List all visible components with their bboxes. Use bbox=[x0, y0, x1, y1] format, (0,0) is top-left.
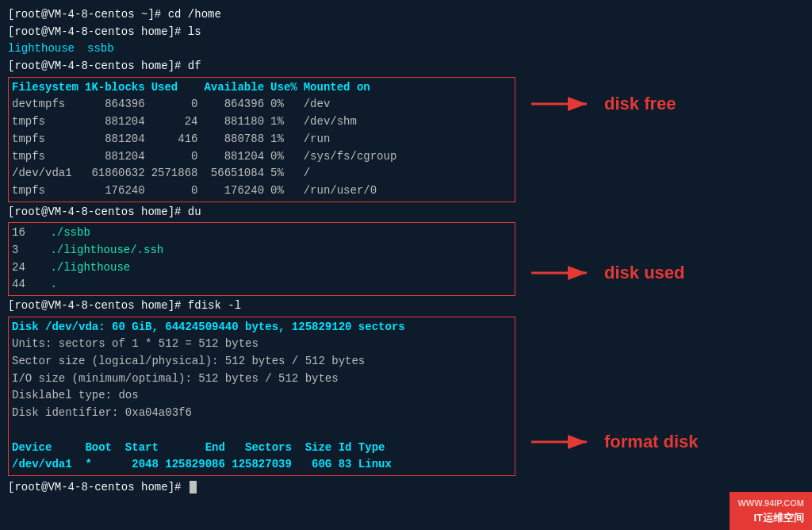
fdisk-header: Disk /dev/vda: 60 GiB, 64424509440 bytes… bbox=[12, 319, 511, 336]
annotation-area: disk free disk used bbox=[523, 0, 812, 530]
df-col-mounted: Mounted on bbox=[304, 79, 404, 97]
fdisk-output-box: Disk /dev/vda: 60 GiB, 64424509440 bytes… bbox=[8, 317, 515, 476]
table-row: devtmpfs86439608643960%/dev bbox=[12, 96, 403, 113]
df-col-used: Used bbox=[151, 79, 205, 97]
label-disk-free: disk free bbox=[604, 94, 676, 114]
arrow-disk-free bbox=[531, 92, 595, 116]
arrow-format-disk bbox=[531, 430, 595, 454]
cmd-line-ls: [root@VM-4-8-centos home]# ls bbox=[8, 24, 515, 41]
table-row: /dev/vda1618606322571868566510845%/ bbox=[12, 165, 403, 182]
label-disk-used: disk used bbox=[604, 263, 684, 283]
ls-ssbb: ssbb bbox=[87, 40, 114, 58]
fdisk-line: Units: sectors of 1 * 512 = 512 bytes bbox=[12, 336, 511, 353]
label-format-disk: format disk bbox=[604, 432, 699, 452]
ls-lighthouse: lighthouse bbox=[8, 40, 75, 58]
watermark: WWW.94IP.COM IT运维空间 bbox=[730, 492, 812, 530]
cmd-line-du: [root@VM-4-8-centos home]# du bbox=[8, 204, 515, 221]
du-row: 3 ./lighthouse/.ssh bbox=[12, 242, 511, 259]
df-col-1k: 1K-blocks bbox=[85, 79, 151, 97]
table-row: tmpfs88120408812040%/sys/fs/cgroup bbox=[12, 148, 403, 166]
df-output-box: Filesystem 1K-blocks Used Available Use%… bbox=[8, 77, 515, 202]
fdisk-line: I/O size (minimum/optimal): 512 bytes / … bbox=[12, 371, 511, 388]
arrow-disk-used bbox=[531, 261, 595, 285]
cmd-line-df: [root@VM-4-8-centos home]# df bbox=[8, 58, 515, 75]
du-output-box: 16 ./ssbb 3 ./lighthouse/.ssh 24 ./light… bbox=[8, 222, 515, 296]
watermark-title: IT运维空间 bbox=[737, 510, 804, 526]
table-row: tmpfs8812044168807881%/run bbox=[12, 131, 403, 148]
cmd-line-cd: [root@VM-4-8-centos ~]# cd /home bbox=[8, 6, 515, 24]
fdisk-device-row: /dev/vda1 * 2048 125829086 125827039 60G… bbox=[12, 456, 511, 474]
annotation-format-disk: format disk bbox=[531, 430, 804, 454]
fdisk-line: Disklabel type: dos bbox=[12, 387, 511, 405]
df-col-use: Use% bbox=[270, 79, 304, 97]
df-header-row: Filesystem 1K-blocks Used Available Use%… bbox=[12, 79, 403, 97]
du-row: 24 ./lighthouse bbox=[12, 259, 511, 277]
final-prompt: [root@VM-4-8-centos home]# bbox=[8, 479, 515, 497]
fdisk-line: Sector size (logical/physical): 512 byte… bbox=[12, 353, 511, 371]
cursor-block bbox=[190, 481, 197, 494]
fdisk-device-header: Device Boot Start End Sectors Size Id Ty… bbox=[12, 440, 511, 457]
fdisk-line: Disk identifier: 0xa04a03f6 bbox=[12, 405, 511, 422]
terminal: [root@VM-4-8-centos ~]# cd /home [root@V… bbox=[0, 0, 523, 530]
table-row: tmpfs881204248811801%/dev/shm bbox=[12, 113, 403, 131]
annotation-disk-used: disk used bbox=[531, 261, 804, 285]
watermark-url: WWW.94IP.COM bbox=[737, 497, 804, 510]
df-table: Filesystem 1K-blocks Used Available Use%… bbox=[12, 79, 403, 200]
table-row: tmpfs17624001762400%/run/user/0 bbox=[12, 182, 403, 200]
df-col-filesystem: Filesystem bbox=[12, 79, 85, 97]
annotation-disk-free: disk free bbox=[531, 92, 804, 116]
df-col-available: Available bbox=[204, 79, 270, 97]
ls-output: lighthouse ssbb bbox=[8, 40, 515, 58]
cmd-line-fdisk: [root@VM-4-8-centos home]# fdisk -l bbox=[8, 298, 515, 315]
du-row: 44 . bbox=[12, 276, 511, 294]
du-row: 16 ./ssbb bbox=[12, 225, 511, 242]
